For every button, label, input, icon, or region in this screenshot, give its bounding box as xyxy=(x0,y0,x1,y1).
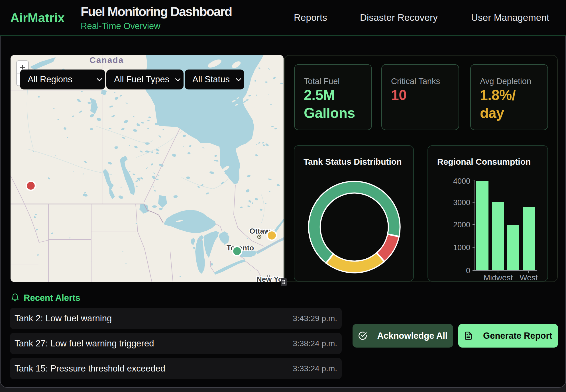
svg-text:4000: 4000 xyxy=(453,177,470,185)
svg-text:2000: 2000 xyxy=(453,220,470,229)
svg-text:West: West xyxy=(520,273,538,282)
svg-text:Canada: Canada xyxy=(89,55,124,65)
svg-text:3000: 3000 xyxy=(453,198,470,207)
svg-text:Midwest: Midwest xyxy=(484,273,513,282)
svg-text:1000: 1000 xyxy=(453,243,470,252)
svg-text:0: 0 xyxy=(466,266,470,275)
svg-text:New York: New York xyxy=(256,275,284,282)
